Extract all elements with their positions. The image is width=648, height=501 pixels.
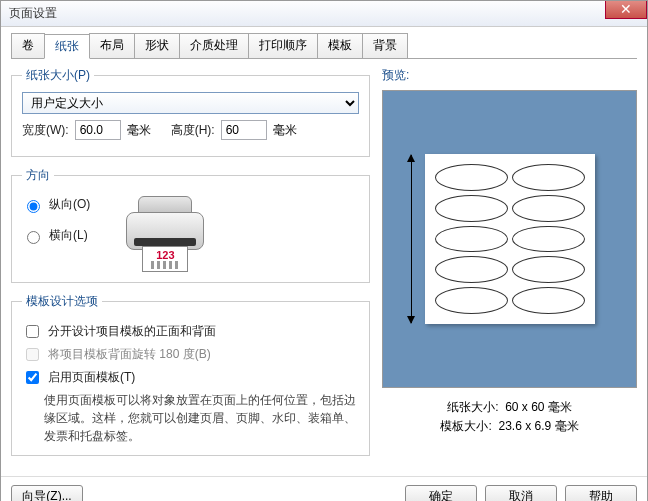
height-label: 高度(H): — [171, 122, 215, 139]
height-unit: 毫米 — [273, 122, 297, 139]
preview-box — [382, 90, 637, 388]
tab-media[interactable]: 介质处理 — [179, 33, 249, 58]
ok-button[interactable]: 确定 — [405, 485, 477, 501]
close-icon[interactable]: ✕ — [605, 1, 647, 19]
paper-size-info-value: 60 x 60 毫米 — [505, 400, 572, 414]
help-button[interactable]: 帮助 — [565, 485, 637, 501]
template-options-group: 模板设计选项 分开设计项目模板的正面和背面 将项目模板背面旋转 180 度(B)… — [11, 293, 370, 456]
portrait-radio-label[interactable]: 纵向(O) — [22, 196, 90, 213]
paper-size-legend: 纸张大小(P) — [22, 67, 94, 84]
title-bar: 页面设置 ✕ — [1, 1, 647, 27]
wizard-button[interactable]: 向导(Z)... — [11, 485, 83, 501]
tab-paper[interactable]: 纸张 — [44, 34, 90, 59]
paper-size-group: 纸张大小(P) 用户定义大小 宽度(W): 毫米 高度(H): 毫米 — [11, 67, 370, 157]
opt-rotate-back: 将项目模板背面旋转 180 度(B) — [22, 345, 359, 364]
template-options-legend: 模板设计选项 — [22, 293, 102, 310]
tab-print-order[interactable]: 打印顺序 — [248, 33, 318, 58]
height-input[interactable] — [221, 120, 267, 140]
portrait-radio[interactable] — [27, 200, 40, 213]
landscape-radio-label[interactable]: 横向(L) — [22, 227, 90, 244]
template-size-info-value: 23.6 x 6.9 毫米 — [498, 419, 578, 433]
preview-labels-grid — [435, 164, 585, 314]
paper-size-select[interactable]: 用户定义大小 — [22, 92, 359, 114]
tab-strip: 卷 纸张 布局 形状 介质处理 打印顺序 模板 背景 — [11, 33, 637, 59]
preview-info: 纸张大小: 60 x 60 毫米 模板大小: 23.6 x 6.9 毫米 — [382, 398, 637, 436]
cancel-button[interactable]: 取消 — [485, 485, 557, 501]
tab-shape[interactable]: 形状 — [134, 33, 180, 58]
template-size-info-label: 模板大小: — [440, 419, 491, 433]
button-bar: 向导(Z)... 确定 取消 帮助 — [1, 476, 647, 501]
width-label: 宽度(W): — [22, 122, 69, 139]
tab-template[interactable]: 模板 — [317, 33, 363, 58]
window-title: 页面设置 — [9, 6, 57, 20]
preview-label: 预览: — [382, 67, 637, 84]
template-desc: 使用页面模板可以将对象放置在页面上的任何位置，包括边缘区域。这样，您就可以创建页… — [44, 391, 359, 445]
printer-icon — [120, 192, 210, 272]
opt-separate-sides-checkbox[interactable] — [26, 325, 39, 338]
opt-enable-page-template-checkbox[interactable] — [26, 371, 39, 384]
orientation-group: 方向 纵向(O) 横向(L) — [11, 167, 370, 283]
tab-background[interactable]: 背景 — [362, 33, 408, 58]
preview-page — [425, 154, 595, 324]
paper-size-info-label: 纸张大小: — [447, 400, 498, 414]
landscape-radio[interactable] — [27, 231, 40, 244]
opt-separate-sides[interactable]: 分开设计项目模板的正面和背面 — [22, 322, 359, 341]
height-arrow-icon — [411, 155, 412, 323]
width-input[interactable] — [75, 120, 121, 140]
tab-layout[interactable]: 布局 — [89, 33, 135, 58]
tab-roll[interactable]: 卷 — [11, 33, 45, 58]
opt-rotate-back-checkbox — [26, 348, 39, 361]
opt-enable-page-template[interactable]: 启用页面模板(T) — [22, 368, 359, 387]
orientation-legend: 方向 — [22, 167, 54, 184]
width-unit: 毫米 — [127, 122, 151, 139]
